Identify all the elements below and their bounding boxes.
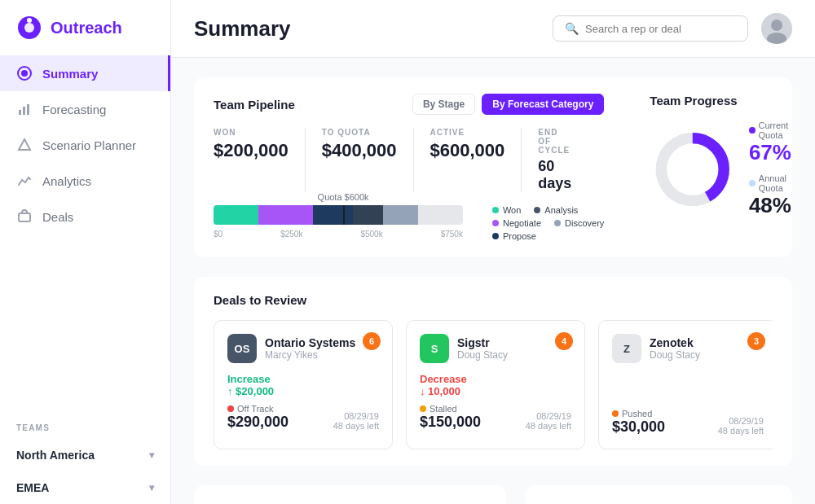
deal-change-value-sigstr: ↓ 10,000 [420,385,460,397]
donut-labels: Current Quota 67% Annual Quota 48% [749,121,813,218]
pipeline-legend: Won Analysis Negotiate [492,205,604,241]
legend-propose: Propose [492,231,536,241]
legend-negotiate-dot [492,220,499,226]
pipeline-bar-section: Quota $600k [214,205,463,239]
legend-negotiate: Negotiate [492,218,541,228]
deal-logo-zenotek: Z [612,334,641,363]
svg-marker-8 [19,139,30,150]
sidebar-nav: Summary Forecasting Scenario Planner Ana… [0,55,170,410]
deal-left-sigstr: Stalled $150,000 [420,404,481,431]
stat-to-quota: TO QUOTA $400,000 [322,128,414,192]
stat-to-quota-label: TO QUOTA [322,128,397,137]
tab-by-forecast-category[interactable]: By Forecast Category [482,94,604,115]
bar-analysis [353,205,383,225]
deal-change-value-ontario: ↑ $20,000 [227,385,274,397]
axis-3: $750k [441,230,463,239]
sidebar-item-scenario-planner[interactable]: Scenario Planner [0,127,170,163]
deal-card-zenotek[interactable]: 3 Z Zenotek Doug Stacy Pushed [598,320,773,449]
annual-quota-item: Annual Quota 48% [749,173,813,218]
svg-point-2 [27,18,32,23]
legend-discovery-label: Discovery [565,218,604,228]
chevron-down-icon: ▾ [149,449,154,461]
legend-row-3: Propose [492,231,604,241]
deal-change-label-ontario: Increase [227,373,271,385]
sidebar-item-summary-label: Summary [42,67,98,81]
search-box[interactable]: 🔍 [553,15,748,42]
deal-info-sigstr: Sigstr Doug Stacy [457,336,508,361]
deal-badge-sigstr: 4 [555,332,573,350]
sidebar-item-analytics[interactable]: Analytics [0,163,170,199]
stat-active: ACTIVE $600,000 [430,128,522,192]
deal-rep-zenotek: Doug Stacy [650,349,700,361]
pipeline-left: Team Pipeline By Stage By Forecast Categ… [214,94,604,241]
deal-card-ontario[interactable]: 6 OS Ontario Systems Marcy Yikes Increas… [214,320,393,449]
sidebar-item-forecasting[interactable]: Forecasting [0,91,170,127]
current-quota-value: 67% [749,140,813,165]
current-quota-label: Current Quota [759,121,813,140]
annual-quota-dot [749,180,756,186]
deal-status-dot-sigstr [420,405,426,412]
stat-end-of-cycle: END OF CYCLE 60 days [538,128,588,192]
deal-left-zenotek: Pushed $30,000 [612,409,665,436]
svg-rect-5 [19,110,21,115]
legend-won-dot [492,207,499,213]
deal-badge-zenotek: 3 [747,332,765,350]
deal-rep-ontario: Marcy Yikes [265,349,355,361]
key-metrics: Key Metrics Revenue to Date ℹ ··· [194,485,506,504]
deal-amount-zenotek: $30,000 [612,419,665,436]
logo-text: Outreach [51,19,122,37]
header: Summary 🔍 [171,0,815,58]
legend-analysis-label: Analysis [544,205,578,215]
deals-title: Deals to Review [214,293,773,307]
stat-won: WON $200,000 [214,128,306,192]
deal-change-ontario: Increase ↑ $20,000 [227,373,379,397]
deal-badge-ontario: 6 [363,332,381,350]
deal-change-sigstr: Decrease ↓ 10,000 [420,373,571,397]
deal-info-ontario: Ontario Systems Marcy Yikes [265,336,355,361]
deal-date-zenotek: 08/29/19 48 days left [718,416,764,436]
bar-propose [313,205,353,225]
deal-left-ontario: Off Track $290,000 [227,404,289,431]
pipeline-bar [214,205,463,225]
svg-point-1 [24,23,34,33]
logo: Outreach [0,0,170,55]
deal-card-sigstr[interactable]: 4 S Sigstr Doug Stacy Decrease ↓ 10,000 [406,320,585,449]
page-title: Summary [194,16,291,42]
tab-by-stage[interactable]: By Stage [412,94,475,115]
team-north-america-label: North America [16,449,95,462]
search-input[interactable] [585,23,736,35]
scenario-planner-icon [16,137,33,153]
deal-status-label-zenotek: Pushed [622,409,652,419]
pipeline-section: Team Pipeline By Stage By Forecast Categ… [194,77,792,257]
deal-footer-ontario: Off Track $290,000 08/29/19 48 days left [227,404,379,431]
header-right: 🔍 [553,13,792,44]
deal-change-zenotek [612,373,764,402]
team-north-america[interactable]: North America ▾ [0,439,170,471]
deal-days-left-ontario: 48 days left [333,421,379,431]
team-emea[interactable]: EMEA ▾ [0,471,170,504]
deal-company-sigstr: Sigstr [457,336,508,349]
legend-negotiate-label: Negotiate [503,218,541,228]
bottom-section: Key Metrics Revenue to Date ℹ ··· My Tea… [194,485,792,504]
deal-status-zenotek: Pushed [612,409,665,419]
sidebar-item-deals[interactable]: Deals [0,199,170,234]
stat-won-label: WON [214,128,289,137]
team-emea-label: EMEA [16,481,49,494]
deal-logo-ontario: OS [227,334,257,363]
analytics-icon [16,173,33,189]
sidebar-item-summary[interactable]: Summary [0,55,170,91]
svg-rect-7 [27,104,29,115]
deal-status-sigstr: Stalled [420,404,481,414]
deal-status-ontario: Off Track [227,404,289,414]
bar-negotiate [258,205,313,225]
quota-label: Quota $600k [318,192,369,202]
deal-days-left-sigstr: 48 days left [526,421,571,431]
donut-area: Current Quota 67% Annual Quota 48% [650,121,813,218]
deal-card-header-ontario: OS Ontario Systems Marcy Yikes [227,334,379,363]
bar-discovery [383,205,418,225]
deal-amount-sigstr: $150,000 [420,414,481,431]
deal-date-val-zenotek: 08/29/19 [729,416,764,426]
axis-1: $250k [280,230,302,239]
deal-rep-sigstr: Doug Stacy [457,349,508,361]
my-team: My Team Your team at a glance. Brad Cunn… [526,485,792,504]
